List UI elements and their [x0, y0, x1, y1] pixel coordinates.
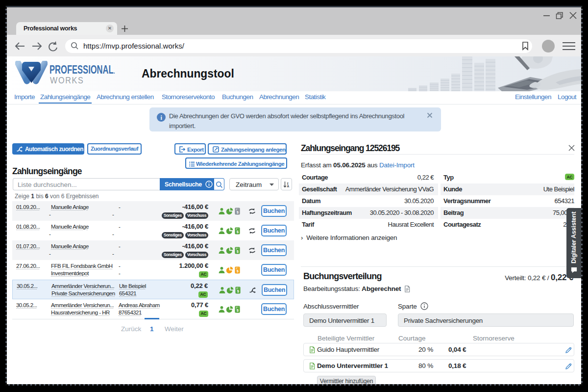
svg-text:A: A: [287, 184, 290, 188]
